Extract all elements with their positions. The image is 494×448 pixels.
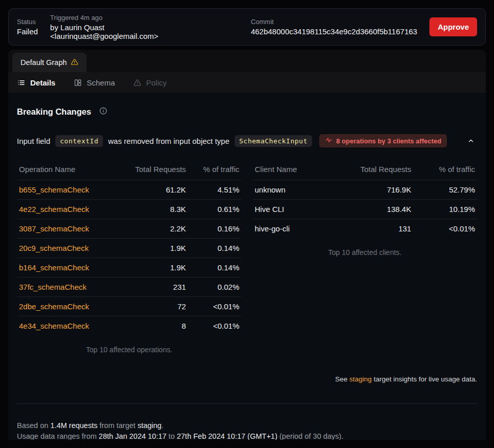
table-row: Hive CLI138.4K10.19% — [253, 200, 477, 219]
footer-requests-value: 1.4M requests — [50, 421, 97, 430]
list-icon — [17, 79, 26, 87]
operation-link[interactable]: b164_schemaCheck — [19, 263, 89, 272]
clients-caption: Top 10 affected clients. — [253, 248, 477, 257]
table-row: 20c9_schemaCheck1.9K0.14% — [17, 239, 241, 258]
traffic-pct-value: 0.14% — [188, 258, 241, 278]
status-label: Status — [17, 18, 38, 26]
policy-warning-icon — [133, 79, 141, 87]
table-row: hive-go-cli131<0.01% — [253, 219, 477, 239]
col-total-requests: Total Requests — [326, 161, 413, 180]
table-row: unknown716.9K52.79% — [253, 180, 477, 200]
col-operation-name: Operation Name — [17, 161, 115, 180]
operation-link[interactable]: 37fc_schemaCheck — [19, 283, 87, 291]
col-client-name: Client Name — [253, 161, 326, 180]
footer-text: Usage data ranges from — [17, 432, 99, 440]
pulse-icon — [325, 137, 333, 145]
tab-policy-label: Policy — [146, 78, 167, 87]
traffic-pct-value: <0.01% — [188, 297, 241, 316]
footer-line-requests: Based on 1.4M requests from target stagi… — [17, 420, 477, 431]
warning-triangle-icon — [71, 58, 78, 67]
insights-prefix: See — [335, 375, 349, 383]
clients-table-block: Client Name Total Requests % of traffic … — [253, 161, 477, 354]
status-block: Status Failed — [17, 18, 38, 36]
operation-link[interactable]: 4e34_schemaCheck — [19, 322, 89, 330]
client-name-cell: hive-go-cli — [253, 219, 326, 239]
total-requests-value: 131 — [326, 219, 413, 239]
total-requests-value: 8.3K — [115, 200, 188, 219]
total-requests-value: 1.9K — [115, 258, 188, 278]
clients-table-header: Client Name Total Requests % of traffic — [253, 161, 477, 180]
check-nav: Details Schema Policy — [8, 72, 486, 93]
operation-link[interactable]: 2dbe_schemaCheck — [19, 302, 89, 311]
commit-label: Commit — [251, 18, 417, 26]
section-title-row: Breaking Changes — [17, 107, 477, 117]
operation-name-cell: b164_schemaCheck — [17, 258, 115, 278]
total-requests-value: 72 — [115, 297, 188, 316]
collapse-chevron-icon[interactable] — [465, 135, 477, 146]
operation-link[interactable]: 3087_schemaCheck — [19, 224, 89, 233]
insights-suffix: target insights for live usage data. — [372, 375, 477, 383]
clients-table: Client Name Total Requests % of traffic … — [253, 161, 477, 238]
table-row: 3087_schemaCheck2.2K0.16% — [17, 219, 241, 239]
table-row: 37fc_schemaCheck2310.02% — [17, 278, 241, 297]
operation-link[interactable]: 4e22_schemaCheck — [19, 205, 89, 214]
staging-target-link[interactable]: staging — [349, 375, 372, 383]
commit-hash: 462b48000c34198115c34e9c2d3660f5b1167163 — [251, 27, 417, 36]
triggered-block: Triggered 4m ago by Laurin Quast <laurin… — [50, 14, 200, 40]
footer-divider — [17, 403, 477, 404]
operations-caption: Top 10 affected operations. — [17, 346, 241, 354]
traffic-pct-value: 4.51% — [188, 180, 241, 200]
footer-date-from: 28th Jan 2024 10:17 — [99, 432, 167, 440]
affected-badge-label: 8 operations by 3 clients affected — [336, 137, 441, 145]
table-row: b655_schemaCheck61.2K4.51% — [17, 180, 241, 200]
usage-footer: Based on 1.4M requests from target stagi… — [17, 420, 477, 440]
approve-button[interactable]: Approve — [429, 17, 477, 36]
insights-line: See staging target insights for live usa… — [17, 375, 477, 383]
total-requests-value: 231 — [115, 278, 188, 297]
commit-block: Commit 462b48000c34198115c34e9c2d3660f5b… — [251, 18, 417, 36]
tab-details-label: Details — [30, 78, 55, 87]
details-content: Breaking Changes Input field contextId w… — [8, 93, 486, 440]
footer-text: . — [161, 421, 163, 430]
col-traffic-pct: % of traffic — [413, 161, 477, 180]
tab-default-graph[interactable]: Default Graph — [12, 53, 87, 72]
affected-badge: 8 operations by 3 clients affected — [319, 134, 447, 147]
footer-text: from target — [97, 421, 137, 430]
operation-name-cell: 20c9_schemaCheck — [17, 239, 115, 258]
table-row: 2dbe_schemaCheck72<0.01% — [17, 297, 241, 316]
tab-details[interactable]: Details — [17, 78, 55, 87]
operation-name-cell: 2dbe_schemaCheck — [17, 297, 115, 316]
total-requests-value: 716.9K — [326, 180, 413, 200]
breaking-changes-title: Breaking Changes — [17, 107, 91, 117]
col-total-requests: Total Requests — [115, 161, 188, 180]
page: Status Failed Triggered 4m ago by Laurin… — [0, 0, 494, 448]
operation-name-cell: 37fc_schemaCheck — [17, 278, 115, 297]
change-prefix: Input field — [17, 137, 50, 145]
footer-text: (period of 30 days). — [277, 432, 343, 440]
footer-text: to — [167, 432, 177, 440]
operation-name-cell: 4e34_schemaCheck — [17, 316, 115, 336]
client-name-cell: Hive CLI — [253, 200, 326, 219]
total-requests-value: 138.4K — [326, 200, 413, 219]
tabs-band: Default Graph Details Sch — [8, 50, 486, 93]
operation-link[interactable]: b655_schemaCheck — [19, 185, 89, 194]
total-requests-value: 61.2K — [115, 180, 188, 200]
triggered-label: Triggered 4m ago — [50, 14, 200, 22]
field-code-pill: contextId — [55, 135, 103, 147]
operation-name-cell: 3087_schemaCheck — [17, 219, 115, 239]
tab-policy[interactable]: Policy — [133, 78, 167, 87]
total-requests-value: 1.9K — [115, 239, 188, 258]
traffic-pct-value: <0.01% — [188, 316, 241, 336]
operation-link[interactable]: 20c9_schemaCheck — [19, 244, 89, 252]
graph-tab-label: Default Graph — [20, 58, 67, 67]
total-requests-value: 2.2K — [115, 219, 188, 239]
triggered-author: by Laurin Quast <laurinquast@googlemail.… — [50, 23, 200, 40]
tab-schema-label: Schema — [87, 78, 115, 87]
breaking-change-row[interactable]: Input field contextId was removed from i… — [17, 134, 477, 147]
total-requests-value: 8 — [115, 316, 188, 336]
footer-text: Based on — [17, 421, 50, 430]
tab-schema[interactable]: Schema — [74, 78, 115, 87]
client-name-cell: unknown — [253, 180, 326, 200]
operations-table: Operation Name Total Requests % of traff… — [17, 161, 241, 335]
table-row: 4e34_schemaCheck8<0.01% — [17, 316, 241, 336]
